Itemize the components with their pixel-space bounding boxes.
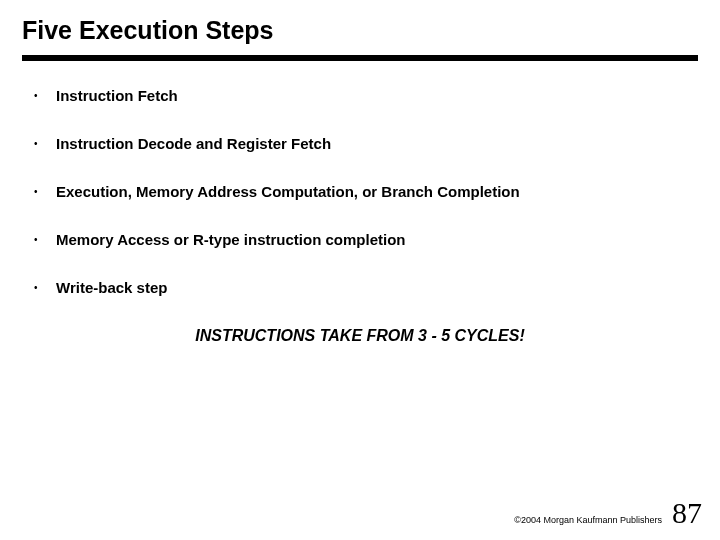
slide: Five Execution Steps • Instruction Fetch… bbox=[0, 0, 720, 540]
bullet-icon: • bbox=[34, 183, 56, 201]
bullet-icon: • bbox=[34, 279, 56, 297]
page-title: Five Execution Steps bbox=[22, 16, 720, 45]
list-item: • Instruction Decode and Register Fetch bbox=[34, 135, 720, 153]
bullet-icon: • bbox=[34, 231, 56, 249]
title-block: Five Execution Steps bbox=[0, 0, 720, 45]
bullet-text: Instruction Fetch bbox=[56, 87, 178, 104]
footer: ©2004 Morgan Kaufmann Publishers 87 bbox=[514, 496, 702, 530]
list-item: • Write-back step bbox=[34, 279, 720, 297]
bullet-text: Memory Access or R-type instruction comp… bbox=[56, 231, 406, 248]
callout-text: INSTRUCTIONS TAKE FROM 3 - 5 CYCLES! bbox=[0, 327, 720, 345]
page-number: 87 bbox=[672, 496, 702, 530]
list-item: • Instruction Fetch bbox=[34, 87, 720, 105]
bullet-list: • Instruction Fetch • Instruction Decode… bbox=[34, 87, 720, 297]
list-item: • Execution, Memory Address Computation,… bbox=[34, 183, 720, 201]
title-divider bbox=[22, 55, 698, 61]
bullet-text: Execution, Memory Address Computation, o… bbox=[56, 183, 520, 200]
bullet-icon: • bbox=[34, 87, 56, 105]
bullet-icon: • bbox=[34, 135, 56, 153]
copyright-text: ©2004 Morgan Kaufmann Publishers bbox=[514, 515, 662, 525]
bullet-text: Write-back step bbox=[56, 279, 167, 296]
list-item: • Memory Access or R-type instruction co… bbox=[34, 231, 720, 249]
bullet-text: Instruction Decode and Register Fetch bbox=[56, 135, 331, 152]
